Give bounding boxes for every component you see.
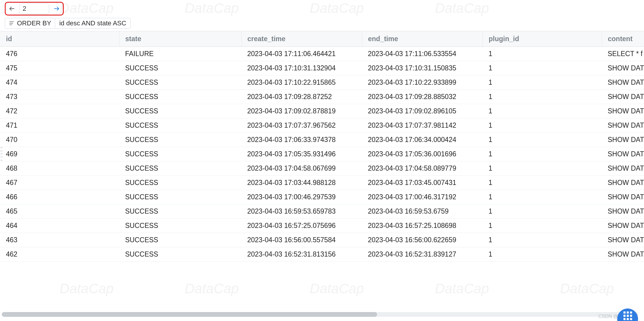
- cell-plugin_id: 1: [483, 104, 602, 118]
- cell-state: SUCCESS: [119, 161, 241, 176]
- cell-end_time: 2023-04-03 16:59:53.6759: [362, 204, 483, 219]
- column-header-content[interactable]: content: [602, 31, 644, 47]
- cell-id: 463: [0, 233, 119, 247]
- cell-create_time: 2023-04-03 17:06:33.974378: [241, 133, 362, 147]
- cell-id: 475: [0, 61, 119, 75]
- cell-plugin_id: 1: [483, 118, 602, 133]
- cell-create_time: 2023-04-03 17:00:46.297539: [241, 190, 362, 204]
- order-by-value-box[interactable]: id desc AND state ASC: [55, 18, 131, 29]
- prev-page-button[interactable]: [7, 4, 16, 13]
- cell-state: SUCCESS: [119, 104, 241, 118]
- table-row[interactable]: 476FAILURE2023-04-03 17:11:06.4644212023…: [0, 47, 644, 61]
- cell-content: SHOW DAT: [602, 133, 644, 147]
- order-by-label-box: ORDER BY: [5, 18, 55, 29]
- cell-id: 472: [0, 104, 119, 118]
- pager-toolbar: [0, 0, 644, 16]
- watermark: DataCap: [60, 280, 114, 297]
- table-header-row: id state create_time end_time plugin_id …: [0, 31, 644, 47]
- cell-create_time: 2023-04-03 17:09:28.87252: [241, 90, 362, 104]
- cell-plugin_id: 1: [483, 90, 602, 104]
- cell-create_time: 2023-04-03 17:10:22.915865: [241, 75, 362, 90]
- cell-end_time: 2023-04-03 16:56:00.622659: [362, 233, 483, 247]
- table-row[interactable]: 468SUCCESS2023-04-03 17:04:58.0676992023…: [0, 161, 644, 176]
- cell-state: SUCCESS: [119, 147, 241, 161]
- order-by-label: ORDER BY: [17, 19, 51, 27]
- cell-state: SUCCESS: [119, 233, 241, 247]
- cell-content: SHOW DAT: [602, 204, 644, 219]
- cell-id: 470: [0, 133, 119, 147]
- cell-content: SHOW DAT: [602, 90, 644, 104]
- table-row[interactable]: 471SUCCESS2023-04-03 17:07:37.9675622023…: [0, 118, 644, 133]
- cell-create_time: 2023-04-03 17:04:58.067699: [241, 161, 362, 176]
- column-header-id[interactable]: id: [0, 31, 119, 47]
- cell-state: SUCCESS: [119, 118, 241, 133]
- table-row[interactable]: 470SUCCESS2023-04-03 17:06:33.9743782023…: [0, 133, 644, 147]
- cell-end_time: 2023-04-03 17:10:22.933899: [362, 75, 483, 90]
- table-row[interactable]: 467SUCCESS2023-04-03 17:03:44.9881282023…: [0, 176, 644, 190]
- apps-grid-icon: [623, 311, 632, 320]
- page-number-input[interactable]: [19, 3, 49, 14]
- cell-create_time: 2023-04-03 17:03:44.988128: [241, 176, 362, 190]
- column-header-plugin-id[interactable]: plugin_id: [483, 31, 602, 47]
- column-header-state[interactable]: state: [119, 31, 241, 47]
- cell-create_time: 2023-04-03 16:52:31.813156: [241, 247, 362, 262]
- table-row[interactable]: 463SUCCESS2023-04-03 16:56:00.5575842023…: [0, 233, 644, 247]
- table-row[interactable]: 472SUCCESS2023-04-03 17:09:02.8788192023…: [0, 104, 644, 118]
- cell-end_time: 2023-04-03 17:03:45.007431: [362, 176, 483, 190]
- cell-id: 473: [0, 90, 119, 104]
- cell-plugin_id: 1: [483, 133, 602, 147]
- cell-end_time: 2023-04-03 17:04:58.089779: [362, 161, 483, 176]
- cell-content: SHOW DAT: [602, 118, 644, 133]
- results-table: id state create_time end_time plugin_id …: [0, 31, 644, 262]
- cell-state: SUCCESS: [119, 133, 241, 147]
- table-row[interactable]: 465SUCCESS2023-04-03 16:59:53.6597832023…: [0, 204, 644, 219]
- cell-state: SUCCESS: [119, 61, 241, 75]
- cell-content: SHOW DAT: [602, 104, 644, 118]
- column-header-end-time[interactable]: end_time: [362, 31, 483, 47]
- column-header-create-time[interactable]: create_time: [241, 31, 362, 47]
- cell-end_time: 2023-04-03 16:52:31.839127: [362, 247, 483, 262]
- cell-plugin_id: 1: [483, 219, 602, 233]
- table-row[interactable]: 462SUCCESS2023-04-03 16:52:31.8131562023…: [0, 247, 644, 262]
- pager-group: [5, 2, 64, 16]
- cell-content: SHOW DAT: [602, 176, 644, 190]
- sort-icon: [9, 21, 15, 26]
- cell-plugin_id: 1: [483, 75, 602, 90]
- cell-id: 466: [0, 190, 119, 204]
- table-row[interactable]: 464SUCCESS2023-04-03 16:57:25.0756962023…: [0, 219, 644, 233]
- horizontal-scrollbar[interactable]: [2, 312, 638, 317]
- cell-plugin_id: 1: [483, 204, 602, 219]
- cell-state: FAILURE: [119, 47, 241, 61]
- cell-end_time: 2023-04-03 17:07:37.981142: [362, 118, 483, 133]
- cell-end_time: 2023-04-03 17:11:06.533554: [362, 47, 483, 61]
- cell-create_time: 2023-04-03 16:57:25.075696: [241, 219, 362, 233]
- table-row[interactable]: 473SUCCESS2023-04-03 17:09:28.872522023-…: [0, 90, 644, 104]
- scrollbar-thumb[interactable]: [2, 312, 377, 317]
- table-row[interactable]: 469SUCCESS2023-04-03 17:05:35.9314962023…: [0, 147, 644, 161]
- cell-end_time: 2023-04-03 16:57:25.108698: [362, 219, 483, 233]
- resize-handle[interactable]: [0, 146, 3, 162]
- cell-id: 474: [0, 75, 119, 90]
- cell-state: SUCCESS: [119, 190, 241, 204]
- table-row[interactable]: 466SUCCESS2023-04-03 17:00:46.2975392023…: [0, 190, 644, 204]
- cell-end_time: 2023-04-03 17:00:46.317192: [362, 190, 483, 204]
- cell-create_time: 2023-04-03 16:59:53.659783: [241, 204, 362, 219]
- cell-end_time: 2023-04-03 17:10:31.150835: [362, 61, 483, 75]
- table-row[interactable]: 475SUCCESS2023-04-03 17:10:31.1329042023…: [0, 61, 644, 75]
- cell-plugin_id: 1: [483, 47, 602, 61]
- cell-id: 468: [0, 161, 119, 176]
- cell-content: SHOW DAT: [602, 147, 644, 161]
- cell-id: 464: [0, 219, 119, 233]
- cell-id: 469: [0, 147, 119, 161]
- cell-state: SUCCESS: [119, 75, 241, 90]
- cell-content: SHOW DAT: [602, 75, 644, 90]
- cell-plugin_id: 1: [483, 61, 602, 75]
- next-page-button[interactable]: [52, 4, 61, 13]
- table-row[interactable]: 474SUCCESS2023-04-03 17:10:22.9158652023…: [0, 75, 644, 90]
- cell-content: SHOW DAT: [602, 190, 644, 204]
- cell-content: SHOW DAT: [602, 61, 644, 75]
- cell-create_time: 2023-04-03 17:10:31.132904: [241, 61, 362, 75]
- cell-create_time: 2023-04-03 17:05:35.931496: [241, 147, 362, 161]
- watermark: DataCap: [435, 280, 489, 297]
- apps-button[interactable]: [617, 308, 638, 321]
